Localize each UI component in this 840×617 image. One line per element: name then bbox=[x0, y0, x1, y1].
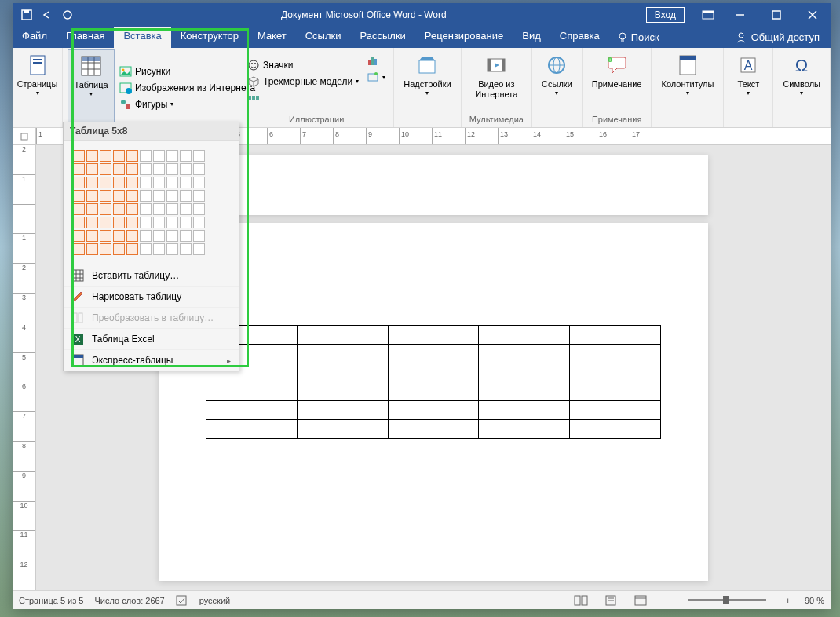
quick-tables-item[interactable]: Экспресс-таблицы▸ bbox=[64, 349, 239, 371]
grid-cell[interactable] bbox=[180, 190, 192, 202]
grid-cell[interactable] bbox=[100, 203, 111, 215]
grid-cell[interactable] bbox=[100, 150, 111, 162]
table-cell[interactable] bbox=[388, 325, 479, 344]
page-current[interactable] bbox=[159, 223, 708, 581]
login-button[interactable]: Вход bbox=[646, 7, 685, 23]
symbols-button[interactable]: ΩСимволы▾ bbox=[778, 49, 825, 126]
table-cell[interactable] bbox=[206, 400, 298, 419]
grid-cell[interactable] bbox=[113, 217, 125, 228]
tell-me[interactable]: Поиск bbox=[609, 27, 667, 48]
table-cell[interactable] bbox=[479, 382, 570, 400]
table-cell[interactable] bbox=[479, 419, 570, 438]
table-cell[interactable] bbox=[388, 344, 479, 363]
grid-cell[interactable] bbox=[113, 243, 125, 255]
grid-cell[interactable] bbox=[140, 230, 152, 242]
minimize-button[interactable] bbox=[722, 3, 758, 27]
comment-button[interactable]: +Примечание bbox=[587, 49, 647, 113]
links-button[interactable]: Ссылки▾ bbox=[537, 49, 577, 126]
pages-button[interactable]: Страницы ▾ bbox=[17, 49, 57, 126]
3dmodels-button[interactable]: Трехмерные модели ▾ bbox=[244, 74, 362, 89]
proofing-icon[interactable] bbox=[176, 595, 188, 606]
table-cell[interactable] bbox=[570, 419, 661, 438]
zoom-slider[interactable] bbox=[688, 599, 766, 601]
tab-home[interactable]: Главная bbox=[57, 27, 114, 48]
grid-cell[interactable] bbox=[126, 203, 138, 215]
table-cell[interactable] bbox=[206, 382, 298, 400]
table-cell[interactable] bbox=[297, 344, 388, 363]
smartart-button[interactable] bbox=[244, 90, 362, 106]
table-cell[interactable] bbox=[388, 382, 479, 400]
grid-cell[interactable] bbox=[180, 230, 192, 242]
screenshot-button[interactable]: ▾ bbox=[363, 69, 389, 85]
grid-cell[interactable] bbox=[73, 163, 85, 175]
grid-cell[interactable] bbox=[153, 190, 165, 202]
grid-cell[interactable] bbox=[193, 217, 205, 228]
tab-design[interactable]: Конструктор bbox=[171, 27, 248, 48]
online-pictures-button[interactable]: Изображения из Интернета bbox=[116, 80, 258, 96]
grid-cell[interactable] bbox=[166, 230, 178, 242]
table-cell[interactable] bbox=[206, 419, 298, 438]
table-cell[interactable] bbox=[388, 400, 479, 419]
grid-cell[interactable] bbox=[100, 230, 111, 242]
table-cell[interactable] bbox=[570, 344, 661, 363]
grid-cell[interactable] bbox=[140, 203, 152, 215]
grid-cell[interactable] bbox=[193, 203, 205, 215]
grid-cell[interactable] bbox=[126, 163, 138, 175]
save-button[interactable] bbox=[17, 5, 36, 24]
zoom-level[interactable]: 90 % bbox=[805, 596, 824, 605]
grid-cell[interactable] bbox=[153, 203, 165, 215]
tab-file[interactable]: Файл bbox=[13, 27, 57, 48]
web-layout-button[interactable] bbox=[631, 593, 650, 608]
grid-cell[interactable] bbox=[73, 230, 85, 242]
grid-cell[interactable] bbox=[113, 177, 125, 188]
grid-cell[interactable] bbox=[86, 150, 98, 162]
grid-cell[interactable] bbox=[193, 243, 205, 255]
grid-cell[interactable] bbox=[86, 177, 98, 188]
grid-cell[interactable] bbox=[73, 203, 85, 215]
grid-cell[interactable] bbox=[166, 217, 178, 228]
grid-cell[interactable] bbox=[86, 163, 98, 175]
page-status[interactable]: Страница 5 из 5 bbox=[19, 596, 83, 605]
table-cell[interactable] bbox=[479, 325, 570, 344]
grid-cell[interactable] bbox=[166, 203, 178, 215]
grid-cell[interactable] bbox=[180, 217, 192, 228]
grid-cell[interactable] bbox=[73, 190, 85, 202]
grid-cell[interactable] bbox=[193, 190, 205, 202]
grid-cell[interactable] bbox=[153, 150, 165, 162]
grid-cell[interactable] bbox=[193, 230, 205, 242]
maximize-button[interactable] bbox=[758, 3, 794, 27]
grid-cell[interactable] bbox=[126, 243, 138, 255]
print-layout-button[interactable] bbox=[601, 593, 620, 608]
headerfooter-button[interactable]: Колонтитулы▾ bbox=[656, 49, 718, 126]
grid-cell[interactable] bbox=[140, 150, 152, 162]
grid-cell[interactable] bbox=[153, 177, 165, 188]
grid-cell[interactable] bbox=[140, 177, 152, 188]
draw-table-item[interactable]: Нарисовать таблицу bbox=[64, 286, 239, 307]
tab-review[interactable]: Рецензирование bbox=[415, 27, 513, 48]
grid-cell[interactable] bbox=[100, 177, 111, 188]
grid-cell[interactable] bbox=[113, 230, 125, 242]
table-cell[interactable] bbox=[479, 363, 570, 382]
share-button[interactable]: Общий доступ bbox=[725, 27, 831, 48]
grid-cell[interactable] bbox=[140, 243, 152, 255]
grid-cell[interactable] bbox=[126, 177, 138, 188]
language-status[interactable]: русский bbox=[199, 596, 230, 605]
read-mode-button[interactable] bbox=[572, 593, 590, 608]
grid-cell[interactable] bbox=[86, 190, 98, 202]
table-cell[interactable] bbox=[297, 419, 388, 438]
grid-cell[interactable] bbox=[166, 163, 178, 175]
grid-cell[interactable] bbox=[100, 163, 111, 175]
table-cell[interactable] bbox=[297, 400, 388, 419]
table-button[interactable]: Таблица ▾ bbox=[68, 49, 115, 126]
table-cell[interactable] bbox=[297, 382, 388, 400]
table-cell[interactable] bbox=[570, 363, 661, 382]
zoom-out-button[interactable]: − bbox=[661, 596, 672, 605]
undo-button[interactable] bbox=[38, 5, 57, 24]
zoom-in-button[interactable]: + bbox=[782, 596, 793, 605]
grid-cell[interactable] bbox=[113, 163, 125, 175]
table-cell[interactable] bbox=[388, 363, 479, 382]
insert-table-item[interactable]: Вставить таблицу… bbox=[64, 265, 239, 286]
pictures-button[interactable]: Рисунки bbox=[116, 64, 258, 79]
grid-cell[interactable] bbox=[166, 177, 178, 188]
grid-cell[interactable] bbox=[153, 243, 165, 255]
